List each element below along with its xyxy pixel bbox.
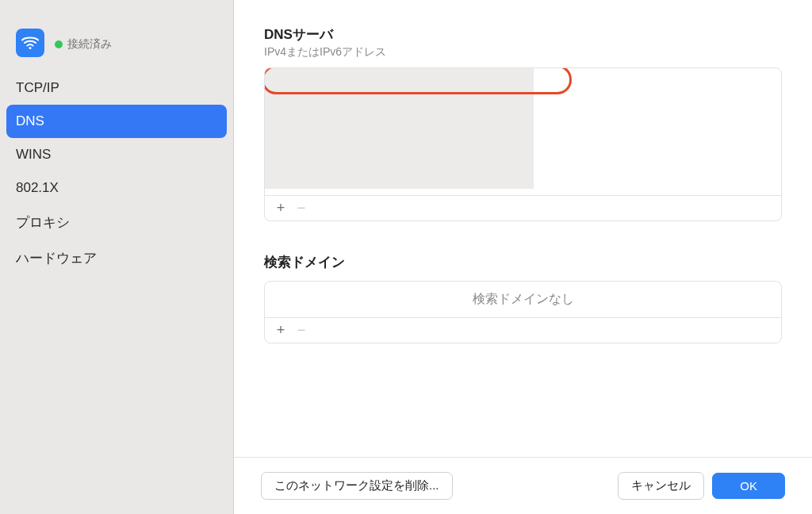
ok-button[interactable]: OK [712, 473, 785, 499]
main-content: DNSサーバ IPv4またはIPv6アドレス + − 検索ドメイン 検索ドメイン… [234, 0, 812, 457]
sidebar-item-8021x[interactable]: 802.1X [0, 171, 233, 205]
sidebar-item-label: 802.1X [16, 180, 59, 195]
wifi-icon [16, 29, 44, 57]
sidebar-item-label: DNS [16, 113, 44, 128]
sidebar-item-label: ハードウェア [16, 251, 97, 266]
cancel-button[interactable]: キャンセル [618, 472, 704, 500]
status-dot-icon [55, 40, 63, 48]
search-list-footer: + − [265, 317, 781, 343]
sidebar-item-proxy[interactable]: プロキシ [0, 205, 233, 240]
dns-row[interactable] [265, 68, 534, 94]
sidebar-item-wins[interactable]: WINS [0, 138, 233, 171]
sidebar-nav: TCP/IP DNS WINS 802.1X プロキシ ハードウェア [0, 71, 233, 276]
sidebar-item-hardware[interactable]: ハードウェア [0, 240, 233, 276]
minus-icon: − [297, 200, 306, 217]
search-section-title: 検索ドメイン [264, 253, 782, 271]
search-empty-text[interactable]: 検索ドメインなし [265, 282, 781, 317]
dns-row-filler [265, 119, 534, 189]
connection-status: 接続済み [67, 37, 112, 52]
dns-server-rows[interactable] [265, 68, 781, 195]
remove-search-domain-button[interactable]: − [292, 321, 311, 340]
connection-info: 接続済み [55, 34, 112, 52]
dns-section-subtitle: IPv4またはIPv6アドレス [264, 45, 782, 59]
sidebar-item-dns[interactable]: DNS [6, 105, 227, 138]
main-panel: DNSサーバ IPv4またはIPv6アドレス + − 検索ドメイン 検索ドメイン… [234, 0, 812, 514]
plus-icon: + [277, 200, 285, 217]
sidebar-item-tcpip[interactable]: TCP/IP [0, 71, 233, 105]
dns-section-title: DNSサーバ [264, 25, 782, 44]
sidebar: 接続済み TCP/IP DNS WINS 802.1X プロキシ ハードウェア [0, 0, 234, 514]
dns-server-list: + − [264, 67, 782, 221]
sidebar-header: 接続済み [0, 24, 233, 65]
svg-point-0 [29, 47, 32, 49]
add-search-domain-button[interactable]: + [271, 321, 290, 340]
dns-row[interactable] [265, 94, 534, 119]
sidebar-item-label: TCP/IP [16, 80, 59, 95]
search-domain-section: 検索ドメイン 検索ドメインなし + − [264, 253, 782, 343]
dns-list-footer: + − [265, 195, 781, 221]
remove-dns-button[interactable]: − [292, 199, 311, 218]
minus-icon: − [297, 322, 306, 339]
delete-network-button[interactable]: このネットワーク設定を削除... [261, 472, 453, 500]
add-dns-button[interactable]: + [271, 199, 290, 218]
sidebar-item-label: プロキシ [16, 215, 70, 230]
search-domain-list: 検索ドメインなし + − [264, 281, 782, 343]
bottom-bar: このネットワーク設定を削除... キャンセル OK [234, 457, 812, 514]
sidebar-item-label: WINS [16, 147, 51, 162]
plus-icon: + [277, 322, 285, 339]
